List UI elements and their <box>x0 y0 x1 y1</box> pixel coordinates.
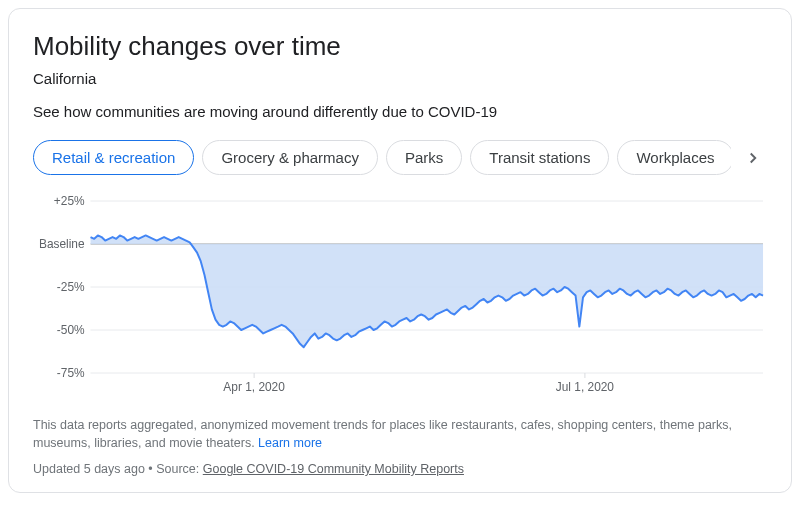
source-link[interactable]: Google COVID-19 Community Mobility Repor… <box>203 462 464 476</box>
svg-text:Jul 1, 2020: Jul 1, 2020 <box>556 380 615 394</box>
chart-footnote: This data reports aggregated, anonymized… <box>33 417 767 452</box>
category-tabs: Retail & recreationGrocery & pharmacyPar… <box>33 140 767 175</box>
footnote-text: This data reports aggregated, anonymized… <box>33 418 732 450</box>
tab-parks[interactable]: Parks <box>386 140 462 175</box>
description: See how communities are moving around di… <box>33 103 767 120</box>
svg-text:-75%: -75% <box>57 366 85 380</box>
tab-workplaces[interactable]: Workplaces <box>617 140 731 175</box>
tab-retail-recreation[interactable]: Retail & recreation <box>33 140 194 175</box>
page-title: Mobility changes over time <box>33 31 767 62</box>
tab-transit-stations[interactable]: Transit stations <box>470 140 609 175</box>
meta-sep: • Source: <box>145 462 203 476</box>
chevron-right-icon[interactable] <box>739 144 767 172</box>
svg-text:+25%: +25% <box>54 194 85 208</box>
updated-label: Updated 5 days ago <box>33 462 145 476</box>
svg-text:Apr 1, 2020: Apr 1, 2020 <box>223 380 285 394</box>
tabs-scroll: Retail & recreationGrocery & pharmacyPar… <box>33 140 731 175</box>
svg-text:-50%: -50% <box>57 323 85 337</box>
mobility-card: Mobility changes over time California Se… <box>8 8 792 493</box>
svg-text:-25%: -25% <box>57 280 85 294</box>
mobility-chart: +25%Baseline-25%-50%-75%Apr 1, 2020Jul 1… <box>33 193 767 403</box>
svg-text:Baseline: Baseline <box>39 237 85 251</box>
region-subtitle: California <box>33 70 767 87</box>
tab-grocery-pharmacy[interactable]: Grocery & pharmacy <box>202 140 378 175</box>
meta-row: Updated 5 days ago • Source: Google COVI… <box>33 462 767 476</box>
learn-more-link[interactable]: Learn more <box>258 436 322 450</box>
